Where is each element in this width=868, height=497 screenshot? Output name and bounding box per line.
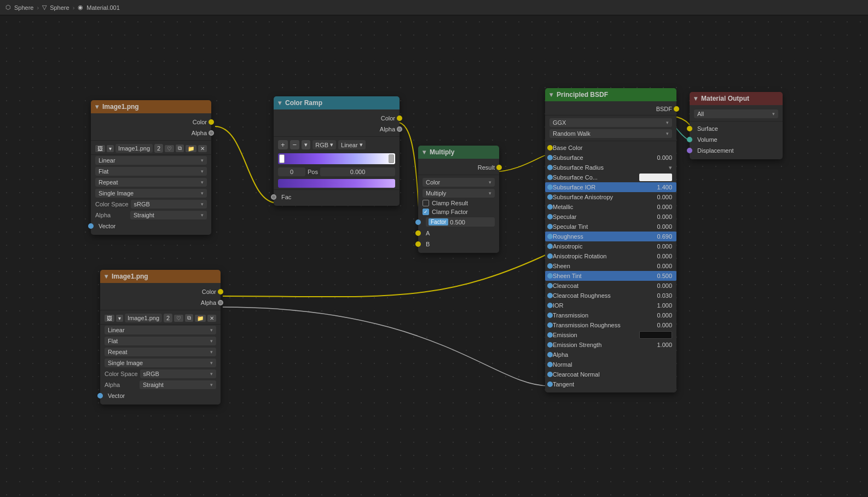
socket-sheen-tint-in[interactable] <box>547 273 553 279</box>
socket-transmission-in[interactable] <box>547 313 553 318</box>
socket-vector-in-2[interactable] <box>97 393 103 398</box>
interpolation-dropdown-1[interactable]: Linear ▾ <box>95 156 207 165</box>
image-node-2-header[interactable]: ▾ Image1.png <box>100 270 221 283</box>
socket-subsurface-in[interactable] <box>547 155 553 160</box>
pbsdf-header[interactable]: ▾ Principled BSDF <box>545 88 676 101</box>
socket-specular-in[interactable] <box>547 214 553 219</box>
extension-dropdown-1[interactable]: Repeat ▾ <box>95 178 207 187</box>
img-dropdown-2[interactable]: ▾ <box>116 315 123 322</box>
source-dropdown-2[interactable]: Single Image ▾ <box>105 359 216 367</box>
colorspace-dropdown-1[interactable]: sRGB ▾ <box>131 200 207 209</box>
socket-sheen-in[interactable] <box>547 263 553 269</box>
socket-factor-mul-in[interactable] <box>415 219 421 225</box>
factor-val-mul[interactable]: 0.500 <box>450 219 465 226</box>
socket-clearcoat-in[interactable] <box>547 283 553 288</box>
socket-transmission-roughness-in[interactable] <box>547 322 553 328</box>
img-close-2[interactable]: ✕ <box>207 315 216 322</box>
source-dropdown-1[interactable]: Single Image ▾ <box>95 189 207 198</box>
collapse-icon-ramp[interactable]: ▾ <box>278 99 281 107</box>
socket-volume-matout-in[interactable] <box>687 137 692 142</box>
multiply-header[interactable]: ▾ Multiply <box>418 146 499 159</box>
img-folder-1[interactable]: 📁 <box>186 145 196 152</box>
collapse-icon-1[interactable]: ▾ <box>95 103 99 111</box>
image-node-1-header[interactable]: ▾ Image1.png <box>91 100 211 113</box>
ramp-remove-btn[interactable]: − <box>290 140 300 149</box>
socket-alpha-out-1[interactable] <box>209 130 214 136</box>
collapse-icon-mul[interactable]: ▾ <box>423 148 426 156</box>
ramp-color-mode-dropdown[interactable]: RGB ▾ <box>313 140 336 149</box>
ramp-interp-dropdown[interactable]: Linear ▾ <box>338 140 366 149</box>
img-name-2[interactable]: Image1.png <box>125 314 162 322</box>
subsurface-color-swatch[interactable] <box>639 174 672 181</box>
socket-color-ramp-out[interactable] <box>397 115 402 121</box>
socket-anisotropic-in[interactable] <box>547 244 553 249</box>
mul-type-dropdown[interactable]: Color ▾ <box>423 178 495 187</box>
socket-alpha-pbsdf-in[interactable] <box>547 352 553 357</box>
img-dropdown-1[interactable]: ▾ <box>107 145 114 152</box>
socket-bsdf-out[interactable] <box>674 106 679 112</box>
socket-displacement-matout-in[interactable] <box>687 148 692 153</box>
socket-result-mul-out[interactable] <box>496 165 502 170</box>
alpha-dropdown-1[interactable]: Straight ▾ <box>130 211 207 219</box>
interpolation-dropdown-2[interactable]: Linear ▾ <box>105 326 216 334</box>
img-name-1[interactable]: Image1.png <box>115 144 153 153</box>
colorspace-dropdown-2[interactable]: sRGB ▾ <box>140 369 216 378</box>
socket-b-mul-in[interactable] <box>415 241 421 247</box>
socket-alpha-out-2[interactable] <box>218 300 223 305</box>
socket-emission-strength-in[interactable] <box>547 342 553 348</box>
extension-dropdown-2[interactable]: Repeat ▾ <box>105 348 216 356</box>
img-copy-2[interactable]: ⧉ <box>185 314 193 322</box>
img-icon-1[interactable]: 🖼 <box>95 145 105 152</box>
clamp-result-cb[interactable] <box>423 200 429 206</box>
projection-dropdown-2[interactable]: Flat ▾ <box>105 337 216 345</box>
socket-surface-matout-in[interactable] <box>687 126 692 131</box>
clamp-factor-cb[interactable]: ✓ <box>423 209 429 215</box>
socket-alpha-ramp-out[interactable] <box>397 126 402 132</box>
socket-anisotropic-rot-in[interactable] <box>547 253 553 259</box>
img-folder-2[interactable]: 📁 <box>195 315 206 322</box>
ramp-gradient-bar[interactable] <box>278 153 395 164</box>
pbsdf-dist-dropdown[interactable]: GGX ▾ <box>549 118 672 127</box>
socket-clearcoat-normal-in[interactable] <box>547 372 553 377</box>
img-fav-2[interactable]: ♡ <box>174 315 183 322</box>
colorramp-header[interactable]: ▾ Color Ramp <box>274 96 400 109</box>
socket-tangent-in[interactable] <box>547 382 553 387</box>
socket-color-out-2[interactable] <box>218 289 223 294</box>
ramp-bar-container[interactable] <box>274 151 400 166</box>
socket-ior-in[interactable] <box>547 303 553 308</box>
socket-subsurface-ior-in[interactable] <box>547 184 553 190</box>
collapse-icon-matout[interactable]: ▾ <box>694 95 697 102</box>
ramp-index-input[interactable]: 0 <box>278 167 305 176</box>
img-fav-1[interactable]: ♡ <box>165 145 174 152</box>
mul-blend-dropdown[interactable]: Multiply ▾ <box>423 189 495 198</box>
alpha-dropdown-2[interactable]: Straight ▾ <box>140 380 216 389</box>
img-copy-1[interactable]: ⧉ <box>176 145 184 152</box>
collapse-icon-2[interactable]: ▾ <box>105 273 108 280</box>
socket-normal-in[interactable] <box>547 362 553 367</box>
socket-emission-in[interactable] <box>547 332 553 338</box>
socket-basecolor-in[interactable] <box>547 145 553 151</box>
socket-metallic-in[interactable] <box>547 204 553 210</box>
socket-specular-tint-in[interactable] <box>547 224 553 229</box>
socket-vector-in-1[interactable] <box>88 223 94 229</box>
collapse-icon-pbsdf[interactable]: ▾ <box>549 91 553 99</box>
matout-header[interactable]: ▾ Material Output <box>690 92 783 105</box>
socket-subsurface-aniso-in[interactable] <box>547 194 553 200</box>
socket-color-out-1[interactable] <box>209 119 214 125</box>
ramp-pos-input[interactable]: 0.000 <box>320 167 395 176</box>
socket-fac-ramp-in[interactable] <box>271 194 276 200</box>
emission-color-swatch[interactable] <box>639 331 672 339</box>
ramp-handle-left[interactable] <box>279 154 285 163</box>
pbsdf-subsurface-dropdown[interactable]: Random Walk ▾ <box>549 129 672 138</box>
ramp-handle-right[interactable] <box>389 154 394 163</box>
img-icon-2[interactable]: 🖼 <box>105 315 114 322</box>
socket-subsurface-color-in[interactable] <box>547 175 553 180</box>
projection-dropdown-1[interactable]: Flat ▾ <box>95 167 207 176</box>
socket-clearcoat-roughness-in[interactable] <box>547 293 553 298</box>
matout-all-dropdown[interactable]: All ▾ <box>694 109 778 118</box>
ramp-add-btn[interactable]: + <box>278 140 288 149</box>
img-close-1[interactable]: ✕ <box>198 145 207 152</box>
socket-roughness-in[interactable] <box>547 234 553 239</box>
socket-a-mul-in[interactable] <box>415 230 421 236</box>
ramp-chevron-btn[interactable]: ▾ <box>302 140 310 149</box>
